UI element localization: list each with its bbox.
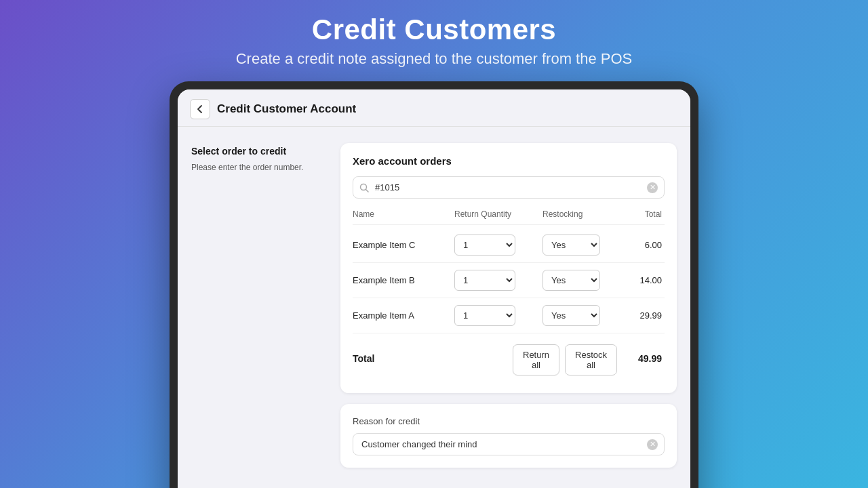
restock-cell: YesNo <box>542 305 617 326</box>
restock-select[interactable]: YesNo <box>542 235 600 256</box>
table-row: Example Item B 123 YesNo <box>353 263 665 298</box>
reason-label: Reason for credit <box>353 416 665 426</box>
search-clear-button[interactable]: ✕ <box>647 182 658 193</box>
page-title: Credit Customers <box>312 14 556 46</box>
qty-cell: 123 <box>454 235 542 256</box>
table-footer: Total Return all Restock all 49.99 <box>353 333 665 381</box>
qty-cell: 123 <box>454 305 542 326</box>
item-total: 6.00 <box>617 240 665 250</box>
search-container: ✕ <box>353 176 665 199</box>
xero-card-title: Xero account orders <box>353 155 665 167</box>
restock-all-button[interactable]: Restock all <box>565 344 617 375</box>
qty-select[interactable]: 123 <box>454 305 515 326</box>
items-table: Name Return Quantity Restocking Total Ex… <box>353 209 665 381</box>
tablet-screen: Credit Customer Account Select order to … <box>178 89 690 488</box>
restock-cell: YesNo <box>542 270 617 291</box>
item-total: 14.00 <box>617 275 665 285</box>
tablet-frame: Credit Customer Account Select order to … <box>170 81 698 488</box>
restock-cell: YesNo <box>542 235 617 256</box>
item-name: Example Item C <box>353 240 454 250</box>
left-panel-title: Select order to credit <box>191 146 327 157</box>
right-panel: Xero account orders ✕ <box>340 143 677 468</box>
reason-card: Reason for credit ✕ <box>340 404 677 468</box>
table-header: Name Return Quantity Restocking Total <box>353 209 665 225</box>
total-label: Total <box>353 353 454 364</box>
order-search-input[interactable] <box>353 176 665 199</box>
page-subtitle: Create a credit note assigned to the cus… <box>236 50 633 68</box>
back-button[interactable] <box>190 99 210 119</box>
restock-select[interactable]: YesNo <box>542 305 600 326</box>
left-panel: Select order to credit Please enter the … <box>191 143 327 468</box>
reason-clear-button[interactable]: ✕ <box>647 439 658 450</box>
col-name: Name <box>353 209 454 219</box>
header-title: Credit Customer Account <box>217 102 356 116</box>
app-content: Select order to credit Please enter the … <box>178 127 690 484</box>
app-header: Credit Customer Account <box>178 89 690 127</box>
item-total: 29.99 <box>617 310 665 321</box>
col-restocking: Restocking <box>542 209 617 219</box>
left-panel-description: Please enter the order number. <box>191 162 327 174</box>
col-return-qty: Return Quantity <box>454 209 542 219</box>
return-all-button[interactable]: Return all <box>513 344 559 375</box>
reason-input-wrap: ✕ <box>353 433 665 455</box>
qty-select[interactable]: 123 <box>454 270 515 291</box>
footer-bar: Credit <box>178 484 690 488</box>
col-total: Total <box>617 209 665 219</box>
xero-orders-card: Xero account orders ✕ <box>340 143 677 393</box>
reason-input[interactable] <box>353 433 665 455</box>
item-name: Example Item B <box>353 275 454 285</box>
qty-select[interactable]: 123 <box>454 235 515 256</box>
table-row: Example Item C 123 YesNo <box>353 228 665 263</box>
action-buttons: Return all Restock all <box>542 342 617 375</box>
total-value: 49.99 <box>617 353 665 364</box>
svg-line-1 <box>366 189 369 192</box>
restock-select[interactable]: YesNo <box>542 270 600 291</box>
qty-cell: 123 <box>454 270 542 291</box>
item-name: Example Item A <box>353 310 454 321</box>
search-icon <box>359 183 369 192</box>
table-row: Example Item A 123 YesNo <box>353 298 665 333</box>
